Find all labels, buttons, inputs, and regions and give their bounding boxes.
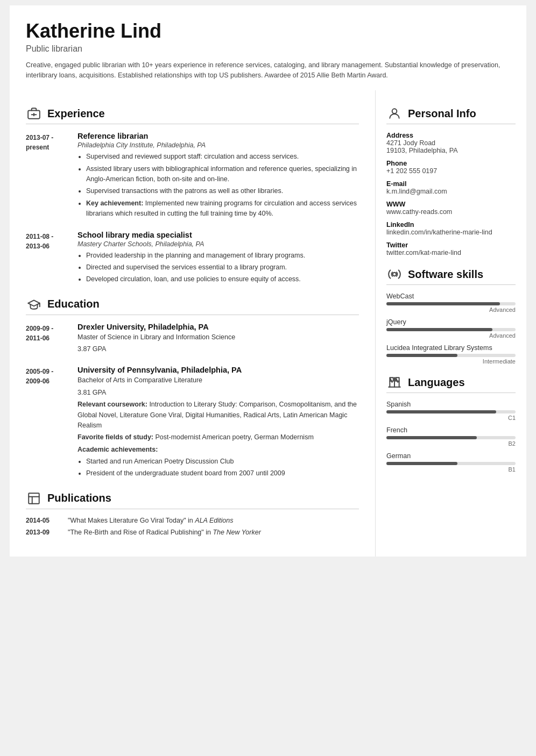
languages-icon: [386, 374, 403, 390]
skill-jquery-name: jQuery: [386, 318, 516, 326]
publication-1: 2014-05 "What Makes Literature Go Viral …: [26, 517, 359, 524]
experience-icon: [26, 105, 42, 122]
skill-lucidea-bar-fill: [386, 354, 457, 357]
skill-lucidea-level: Intermediate: [386, 358, 516, 365]
pub2-content: "The Re-Birth and Rise of Radical Publis…: [68, 529, 359, 536]
software-skills-title: Software skills: [408, 268, 483, 281]
education-entry-2: 2005-09 -2009-06 University of Pennsylva…: [26, 366, 359, 480]
edu2-degree: Bachelor of Arts in Comparative Literatu…: [77, 375, 359, 386]
education-icon: [26, 296, 42, 312]
lang-french-bar-fill: [386, 436, 477, 439]
skill-webcast-bar-fill: [386, 302, 500, 305]
lang-german-name: German: [386, 452, 516, 460]
list-item: Provided leadership in the planning and …: [86, 251, 359, 261]
list-item: Supervised transactions with the patrons…: [86, 186, 359, 196]
phone-item: Phone +1 202 555 0197: [386, 160, 516, 175]
education-entry-1: 2009-09 -2011-06 Drexler University, Phi…: [26, 323, 359, 356]
experience-entry-1: 2013-07 -present Reference librarian Phi…: [26, 132, 359, 220]
pub1-content: "What Makes Literature Go Viral Today" i…: [68, 517, 359, 524]
skill-jquery: jQuery Advanced: [386, 318, 516, 339]
exp1-bullets: Supervised and reviewed support staff: c…: [77, 152, 359, 219]
skill-webcast-bar-bg: [386, 302, 516, 305]
lang-french: French B2: [386, 426, 516, 447]
list-item: Assisted library users with bibliographi…: [86, 164, 359, 185]
exp2-dates: 2011-08 -2013-06: [26, 231, 69, 287]
list-item: Supervised and reviewed support staff: c…: [86, 152, 359, 162]
education-section-header: Education: [26, 296, 359, 315]
www-value: www.cathy-reads.com: [386, 208, 516, 216]
edu1-content: Drexler University, Philadelphia, PA Mas…: [77, 323, 359, 356]
lang-spanish-level: C1: [386, 415, 516, 421]
experience-entry-2: 2011-08 -2013-06 School library media sp…: [26, 231, 359, 287]
lang-french-bar-bg: [386, 436, 516, 439]
publication-2: 2013-09 "The Re-Birth and Rise of Radica…: [26, 529, 359, 536]
exp2-institution: Mastery Charter Schools, Philadelphia, P…: [77, 240, 359, 248]
left-column: Experience 2013-07 -present Reference li…: [10, 90, 376, 557]
pub1-date: 2014-05: [26, 517, 59, 524]
candidate-summary: Creative, engaged public librarian with …: [26, 60, 510, 81]
list-item: Directed and supervised the services ess…: [86, 262, 359, 273]
address-item: Address 4271 Jody Road 19103, Philadelph…: [386, 132, 516, 154]
lang-german: German B1: [386, 452, 516, 473]
personal-info-section: Address 4271 Jody Road 19103, Philadelph…: [386, 132, 516, 256]
exp1-content: Reference librarian Philadelphia City In…: [77, 132, 359, 220]
edu1-institution: Drexler University, Philadelphia, PA: [77, 323, 359, 331]
skill-jquery-level: Advanced: [386, 332, 516, 339]
edu2-academic-label: Academic achievements:: [77, 445, 359, 455]
experience-title: Experience: [47, 108, 105, 120]
skill-jquery-bar-fill: [386, 328, 492, 331]
candidate-name: Katherine Lind: [26, 20, 510, 42]
skill-lucidea-bar-bg: [386, 354, 516, 357]
exp1-institution: Philadelphia City Institute, Philadelphi…: [77, 141, 359, 149]
skill-webcast-level: Advanced: [386, 306, 516, 313]
two-col-layout: Experience 2013-07 -present Reference li…: [10, 90, 526, 557]
personal-info-title: Personal Info: [408, 108, 476, 120]
twitter-label: Twitter: [386, 241, 516, 249]
list-item: Developed circulation, loan, and use pol…: [86, 274, 359, 284]
resume: Katherine Lind Public librarian Creative…: [10, 5, 526, 557]
publications-icon: [26, 490, 42, 507]
lang-german-bar-fill: [386, 462, 457, 465]
skill-jquery-bar-bg: [386, 328, 516, 331]
phone-label: Phone: [386, 160, 516, 167]
list-item: President of the undergraduate student b…: [86, 468, 359, 479]
edu1-degree: Master of Science in Library and Informa…: [77, 332, 359, 343]
software-skills-list: WebCast Advanced jQuery Advanced Lucidea…: [386, 293, 516, 365]
software-skills-icon: [386, 266, 403, 282]
svg-point-6: [392, 109, 397, 114]
twitter-value: twitter.com/kat-marie-lind: [386, 249, 516, 256]
publications-section-header: Publications: [26, 490, 359, 509]
www-label: WWW: [386, 201, 516, 208]
edu2-gpa: 3.81 GPA: [77, 388, 359, 398]
linkedin-item: LinkedIn linkedin.com/in/katherine-marie…: [386, 221, 516, 236]
languages-list: Spanish C1 French B2 German: [386, 401, 516, 473]
skill-webcast: WebCast Advanced: [386, 293, 516, 313]
twitter-item: Twitter twitter.com/kat-marie-lind: [386, 241, 516, 256]
skill-webcast-name: WebCast: [386, 293, 516, 300]
candidate-title: Public librarian: [26, 44, 510, 54]
exp2-content: School library media specialist Mastery …: [77, 231, 359, 287]
exp2-title: School library media specialist: [77, 231, 359, 239]
skill-lucidea: Lucidea Integrated Library Systems Inter…: [386, 344, 516, 365]
software-skills-header: Software skills: [386, 266, 516, 285]
publications-title: Publications: [47, 492, 111, 504]
edu1-gpa: 3.87 GPA: [77, 344, 359, 354]
right-column: Personal Info Address 4271 Jody Road 191…: [376, 90, 526, 557]
exp1-dates: 2013-07 -present: [26, 132, 69, 220]
lang-german-bar-bg: [386, 462, 516, 465]
address-line1: 4271 Jody Road: [386, 139, 516, 147]
education-title: Education: [47, 298, 100, 310]
edu2-favorite: Favorite fields of study: Post-modernist…: [77, 432, 359, 443]
email-label: E-mail: [386, 180, 516, 188]
address-line2: 19103, Philadelphia, PA: [386, 147, 516, 154]
header-section: Katherine Lind Public librarian Creative…: [10, 5, 526, 90]
linkedin-label: LinkedIn: [386, 221, 516, 229]
exp2-bullets: Provided leadership in the planning and …: [77, 251, 359, 285]
www-item: WWW www.cathy-reads.com: [386, 201, 516, 216]
exp1-title: Reference librarian: [77, 132, 359, 140]
lang-spanish: Spanish C1: [386, 401, 516, 421]
pub2-date: 2013-09: [26, 529, 59, 536]
svg-point-7: [393, 273, 397, 276]
edu2-institution: University of Pennsylvania, Philadelphia…: [77, 366, 359, 374]
personal-info-header: Personal Info: [386, 105, 516, 124]
